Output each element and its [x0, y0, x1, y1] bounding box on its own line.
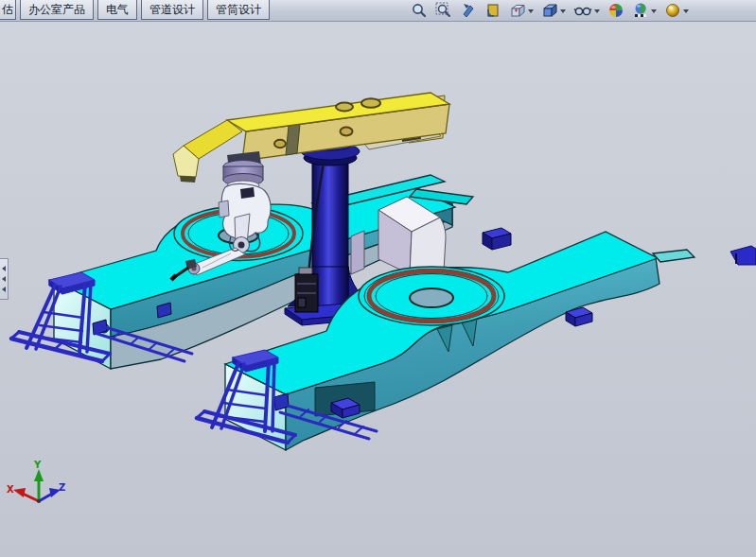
display-style-button[interactable] [540, 1, 567, 20]
view-settings-button[interactable] [663, 1, 690, 20]
view-settings-icon [664, 2, 681, 19]
zoom-to-fit-button[interactable] [410, 1, 429, 20]
graphics-area[interactable]: X Y Z [0, 21, 756, 557]
section-view-icon [484, 2, 501, 19]
apply-scene-dropdown[interactable] [651, 9, 657, 16]
tab-label: 办公室产品 [28, 2, 85, 18]
view-orientation-button[interactable] [508, 1, 535, 20]
section-view-button[interactable] [483, 1, 502, 20]
tab-evaluate-partial[interactable]: 估 [0, 0, 16, 20]
collapse-left-icon [2, 287, 6, 292]
tab-electrical[interactable]: 电气 [97, 0, 137, 20]
tab-piping-design[interactable]: 管道设计 [141, 0, 203, 20]
view-settings-dropdown[interactable] [683, 9, 689, 16]
view-orientation-icon [509, 2, 526, 19]
triad-x-label: X [7, 484, 14, 495]
edit-appearance-icon [607, 2, 624, 19]
rotary-ring-right[interactable] [359, 267, 504, 325]
solidworks-window: 估 办公室产品 电气 管道设计 管筒设计 [0, 0, 756, 557]
command-tabs: 估 办公室产品 电气 管道设计 管筒设计 [0, 0, 270, 21]
triad-z-label: Z [59, 482, 65, 493]
controller-box[interactable] [295, 268, 318, 312]
apply-scene-button[interactable] [631, 1, 658, 20]
tab-tubing-design[interactable]: 管筒设计 [207, 0, 270, 20]
command-manager-toolbar: 估 办公室产品 电气 管道设计 管筒设计 [0, 0, 756, 22]
zoom-to-area-icon [435, 2, 452, 19]
featuremanager-collapse-handle[interactable] [0, 258, 9, 300]
collapse-left-icon [2, 266, 6, 271]
tab-label: 管筒设计 [216, 2, 261, 18]
view-orientation-dropdown[interactable] [528, 9, 534, 16]
previous-view-icon [460, 2, 477, 19]
display-style-icon [541, 2, 558, 19]
edit-appearance-button[interactable] [607, 1, 625, 20]
display-style-dropdown[interactable] [560, 9, 566, 16]
apply-scene-icon [632, 2, 649, 19]
tab-label: 估 [2, 2, 13, 18]
hide-show-items-button[interactable] [572, 1, 601, 20]
heads-up-view-toolbar [410, 0, 690, 21]
support-block-mid[interactable] [483, 228, 511, 250]
zoom-to-fit-icon [411, 2, 428, 19]
tab-office-products[interactable]: 办公室产品 [20, 0, 94, 20]
ring-right-center-hole [410, 288, 453, 307]
collapse-left-icon [2, 276, 6, 282]
hide-show-items-icon [573, 2, 592, 19]
hide-show-items-dropdown[interactable] [594, 9, 600, 16]
triad-y-label: Y [33, 460, 42, 470]
tab-label: 电气 [106, 2, 129, 18]
tab-label: 管道设计 [149, 2, 195, 18]
zoom-to-area-button[interactable] [434, 1, 453, 20]
previous-view-button[interactable] [459, 1, 478, 20]
